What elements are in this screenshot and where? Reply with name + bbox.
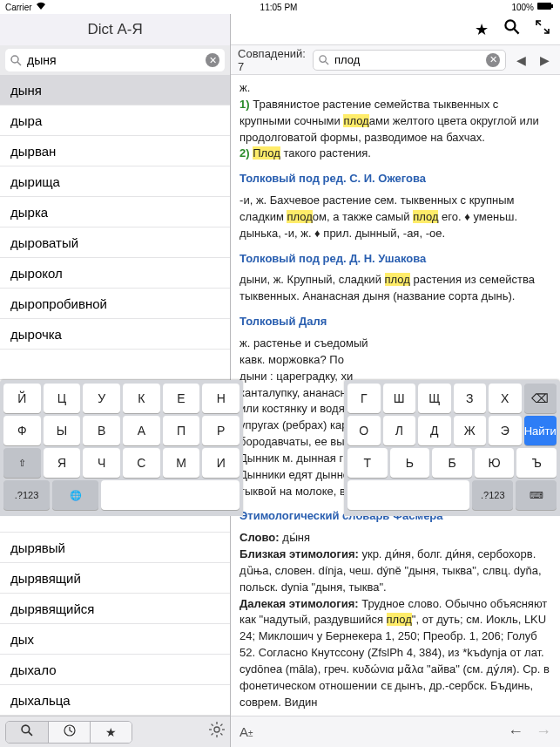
fullscreen-icon[interactable]	[536, 20, 550, 38]
key[interactable]: Найти	[524, 416, 557, 445]
key-space[interactable]	[101, 480, 240, 510]
key[interactable]: П	[163, 416, 200, 445]
key[interactable]: Х	[489, 384, 522, 413]
key[interactable]: Д	[418, 416, 451, 445]
favorite-icon[interactable]: ★	[475, 20, 489, 39]
nav-back-icon[interactable]: ←	[508, 723, 523, 741]
search-icon	[10, 55, 22, 66]
find-input[interactable]	[334, 53, 481, 66]
settings-icon[interactable]	[209, 722, 225, 742]
seg-search[interactable]	[6, 722, 48, 743]
key[interactable]: Ь	[390, 448, 430, 478]
list-item[interactable]: дырявящийся	[0, 594, 230, 624]
key[interactable]: Ш	[383, 384, 416, 413]
list-item[interactable]: дыхальца	[0, 685, 230, 716]
svg-point-4	[22, 725, 30, 733]
key[interactable]: М	[163, 448, 200, 478]
key[interactable]: Э	[489, 416, 522, 445]
view-segmented[interactable]: ★	[5, 721, 132, 744]
keyboard-right[interactable]: ГШЩЗХ⌫ ОЛДЖЭНайти ТЬБЮЪ .?123 ⌨	[344, 380, 560, 516]
battery-icon	[537, 2, 555, 12]
list-item[interactable]: дыхало	[0, 655, 230, 685]
list-item[interactable]: дырван	[0, 136, 230, 166]
key[interactable]: Л	[383, 416, 416, 445]
key[interactable]: Н	[202, 384, 240, 413]
list-item[interactable]: дырявящий	[0, 563, 230, 594]
key[interactable]: И	[202, 448, 240, 478]
key[interactable]: Р	[202, 416, 240, 445]
left-title: Dict А-Я	[0, 14, 230, 45]
para: -и, ж. Бахчевое растение сем. тыквенных …	[240, 193, 551, 242]
dict-heading: Толковый Даля	[240, 314, 551, 330]
list-item[interactable]: дырочка	[0, 319, 230, 350]
find-prev[interactable]: ◀	[513, 53, 530, 67]
list-item[interactable]: дыроватый	[0, 227, 230, 258]
carrier-label: Carrier	[5, 3, 32, 12]
word-search-field[interactable]: ✕	[5, 49, 225, 71]
match-count: Совпадений: 7	[238, 47, 306, 73]
right-bottombar: A± ← →	[231, 716, 560, 747]
key[interactable]: Ю	[475, 448, 515, 478]
list-item[interactable]: дырокол	[0, 258, 230, 289]
key[interactable]: ⌫	[524, 384, 557, 413]
find-next[interactable]: ▶	[536, 53, 553, 67]
key[interactable]: А	[123, 416, 160, 445]
para: Слово: ды́ня	[240, 530, 551, 547]
svg-line-15	[220, 724, 222, 726]
key-numbers[interactable]: .?123	[472, 480, 513, 510]
key[interactable]: Ы	[44, 416, 81, 445]
list-item[interactable]: дырка	[0, 197, 230, 227]
key[interactable]: В	[83, 416, 120, 445]
findbar: Совпадений: 7 ✕ ◀ ▶	[231, 45, 560, 75]
key[interactable]: Й	[3, 384, 41, 413]
key[interactable]: Ч	[83, 448, 120, 478]
key[interactable]: З	[454, 384, 487, 413]
key[interactable]: Г	[347, 384, 381, 413]
list-item[interactable]: дыра	[0, 105, 230, 136]
key[interactable]: К	[123, 384, 160, 413]
search-icon	[319, 55, 329, 65]
seg-favorites[interactable]: ★	[90, 722, 132, 743]
clear-icon[interactable]: ✕	[486, 53, 500, 67]
keyboard-left[interactable]: ЙЦУКЕН ФЫВАПР ⇧ЯЧСМИ .?123 🌐	[0, 380, 243, 516]
nav-forward-icon[interactable]: →	[536, 723, 551, 741]
list-item[interactable]: дырявый	[0, 533, 230, 563]
key[interactable]: Ж	[454, 416, 487, 445]
list-item[interactable]: дырища	[0, 166, 230, 197]
svg-rect-1	[551, 4, 553, 8]
para: 1) Травянистое растение семейства тыквен…	[240, 97, 551, 146]
font-size-icon[interactable]: A±	[240, 724, 253, 739]
key[interactable]: Ъ	[516, 448, 557, 478]
list-item[interactable]: дыропробивной	[0, 289, 230, 319]
key[interactable]: Б	[432, 448, 472, 478]
key[interactable]: О	[347, 416, 381, 445]
key[interactable]: Ф	[3, 416, 41, 445]
svg-rect-0	[537, 3, 551, 10]
key[interactable]: Т	[347, 448, 388, 478]
key[interactable]: Ц	[44, 384, 81, 413]
clear-icon[interactable]: ✕	[206, 53, 219, 67]
svg-point-2	[11, 56, 18, 63]
list-item[interactable]: дых	[0, 624, 230, 655]
key[interactable]: У	[83, 384, 120, 413]
svg-line-19	[325, 61, 328, 65]
seg-history[interactable]	[48, 722, 90, 743]
find-icon[interactable]	[504, 19, 520, 39]
svg-line-14	[212, 733, 213, 735]
svg-point-18	[320, 55, 326, 61]
para: 2) Плод такого растения.	[240, 146, 551, 162]
key-numbers[interactable]: .?123	[3, 480, 50, 510]
key[interactable]: Е	[163, 384, 200, 413]
word-search-input[interactable]	[27, 53, 200, 67]
list-item[interactable]: дыня	[0, 75, 230, 105]
key[interactable]: Я	[44, 448, 81, 478]
dict-heading: Толковый под ред. Д. Н. Ушакова	[240, 251, 551, 268]
key-globe[interactable]: 🌐	[52, 480, 98, 510]
key[interactable]: Щ	[418, 384, 451, 413]
key-shift[interactable]: ⇧	[3, 448, 41, 478]
list-item[interactable]	[0, 350, 230, 380]
find-field[interactable]: ✕	[313, 50, 506, 71]
key[interactable]: С	[123, 448, 160, 478]
key-space[interactable]	[347, 480, 469, 510]
key-hide-keyboard[interactable]: ⌨	[516, 480, 557, 510]
